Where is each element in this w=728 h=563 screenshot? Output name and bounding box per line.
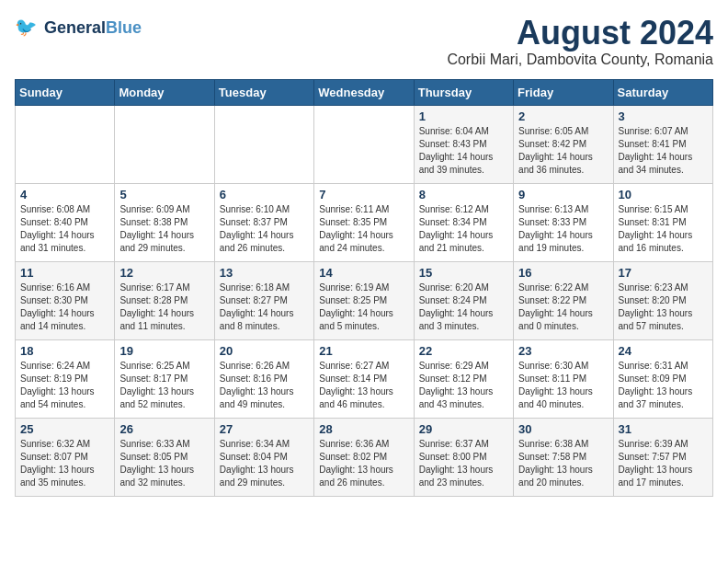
- day-number: 19: [119, 344, 209, 358]
- calendar-cell: 19Sunrise: 6:25 AM Sunset: 8:17 PM Dayli…: [115, 339, 214, 418]
- svg-text:🐦: 🐦: [15, 16, 38, 38]
- calendar-cell: 30Sunrise: 6:38 AM Sunset: 7:58 PM Dayli…: [514, 418, 613, 496]
- day-info: Sunrise: 6:39 AM Sunset: 7:57 PM Dayligh…: [619, 438, 708, 489]
- day-number: 7: [319, 188, 408, 201]
- calendar-cell: 25Sunrise: 6:32 AM Sunset: 8:07 PM Dayli…: [16, 418, 115, 496]
- location: Corbii Mari, Dambovita County, Romania: [447, 52, 713, 68]
- logo-bird-icon: 🐦: [15, 15, 40, 40]
- day-number: 5: [119, 188, 209, 201]
- calendar-cell: 27Sunrise: 6:34 AM Sunset: 8:04 PM Dayli…: [214, 418, 313, 496]
- calendar-cell: 26Sunrise: 6:33 AM Sunset: 8:05 PM Dayli…: [115, 418, 214, 496]
- day-info: Sunrise: 6:11 AM Sunset: 8:35 PM Dayligh…: [319, 203, 408, 255]
- calendar-cell: 24Sunrise: 6:31 AM Sunset: 8:09 PM Dayli…: [613, 339, 712, 418]
- day-number: 13: [220, 266, 309, 280]
- calendar-cell: 5Sunrise: 6:09 AM Sunset: 8:38 PM Daylig…: [115, 183, 214, 261]
- calendar-cell: 3Sunrise: 6:07 AM Sunset: 8:41 PM Daylig…: [613, 105, 712, 183]
- day-info: Sunrise: 6:08 AM Sunset: 8:40 PM Dayligh…: [20, 203, 109, 255]
- calendar-cell: 10Sunrise: 6:15 AM Sunset: 8:31 PM Dayli…: [613, 183, 712, 261]
- day-number: 8: [419, 188, 508, 201]
- day-number: 31: [619, 422, 708, 436]
- header: 🐦 General Blue August 2024 Corbii Mari, …: [15, 15, 713, 68]
- col-monday: Monday: [115, 79, 214, 105]
- title-area: August 2024 Corbii Mari, Dambovita Count…: [447, 15, 713, 68]
- calendar-cell: 22Sunrise: 6:29 AM Sunset: 8:12 PM Dayli…: [414, 339, 513, 418]
- day-number: 9: [518, 188, 608, 201]
- calendar-cell: [214, 105, 313, 183]
- day-number: 29: [419, 422, 508, 436]
- logo-general: General: [44, 19, 106, 36]
- day-info: Sunrise: 6:23 AM Sunset: 8:20 PM Dayligh…: [619, 282, 708, 333]
- day-number: 28: [319, 422, 408, 436]
- day-number: 16: [518, 266, 608, 280]
- day-number: 4: [20, 188, 109, 201]
- calendar-cell: 14Sunrise: 6:19 AM Sunset: 8:25 PM Dayli…: [314, 261, 414, 339]
- day-info: Sunrise: 6:30 AM Sunset: 8:11 PM Dayligh…: [518, 360, 608, 411]
- calendar-cell: 23Sunrise: 6:30 AM Sunset: 8:11 PM Dayli…: [514, 339, 613, 418]
- day-info: Sunrise: 6:09 AM Sunset: 8:38 PM Dayligh…: [119, 203, 209, 255]
- day-number: 23: [518, 344, 608, 358]
- calendar-cell: 20Sunrise: 6:26 AM Sunset: 8:16 PM Dayli…: [214, 339, 313, 418]
- calendar-week-5: 25Sunrise: 6:32 AM Sunset: 8:07 PM Dayli…: [16, 418, 713, 496]
- day-number: 3: [619, 109, 708, 123]
- calendar-cell: 12Sunrise: 6:17 AM Sunset: 8:28 PM Dayli…: [115, 261, 214, 339]
- calendar-header: Sunday Monday Tuesday Wednesday Thursday…: [16, 79, 713, 105]
- calendar-cell: 17Sunrise: 6:23 AM Sunset: 8:20 PM Dayli…: [613, 261, 712, 339]
- calendar-cell: 31Sunrise: 6:39 AM Sunset: 7:57 PM Dayli…: [613, 418, 712, 496]
- calendar-week-3: 11Sunrise: 6:16 AM Sunset: 8:30 PM Dayli…: [16, 261, 713, 339]
- day-number: 25: [20, 422, 109, 436]
- calendar-cell: 7Sunrise: 6:11 AM Sunset: 8:35 PM Daylig…: [314, 183, 414, 261]
- day-number: 10: [619, 188, 708, 201]
- calendar-cell: 13Sunrise: 6:18 AM Sunset: 8:27 PM Dayli…: [214, 261, 313, 339]
- day-info: Sunrise: 6:38 AM Sunset: 7:58 PM Dayligh…: [518, 438, 608, 489]
- day-info: Sunrise: 6:05 AM Sunset: 8:42 PM Dayligh…: [518, 125, 608, 177]
- day-number: 6: [220, 188, 309, 201]
- day-info: Sunrise: 6:25 AM Sunset: 8:17 PM Dayligh…: [119, 360, 209, 411]
- col-tuesday: Tuesday: [214, 79, 313, 105]
- header-row: Sunday Monday Tuesday Wednesday Thursday…: [16, 79, 713, 105]
- day-info: Sunrise: 6:15 AM Sunset: 8:31 PM Dayligh…: [619, 203, 708, 255]
- day-info: Sunrise: 6:26 AM Sunset: 8:16 PM Dayligh…: [220, 360, 309, 411]
- calendar-cell: [115, 105, 214, 183]
- day-info: Sunrise: 6:19 AM Sunset: 8:25 PM Dayligh…: [319, 282, 408, 333]
- calendar-week-2: 4Sunrise: 6:08 AM Sunset: 8:40 PM Daylig…: [16, 183, 713, 261]
- day-number: 21: [319, 344, 408, 358]
- calendar-cell: 15Sunrise: 6:20 AM Sunset: 8:24 PM Dayli…: [414, 261, 513, 339]
- calendar-cell: 2Sunrise: 6:05 AM Sunset: 8:42 PM Daylig…: [514, 105, 613, 183]
- calendar-week-1: 1Sunrise: 6:04 AM Sunset: 8:43 PM Daylig…: [16, 105, 713, 183]
- col-saturday: Saturday: [613, 79, 712, 105]
- day-info: Sunrise: 6:27 AM Sunset: 8:14 PM Dayligh…: [319, 360, 408, 411]
- day-info: Sunrise: 6:12 AM Sunset: 8:34 PM Dayligh…: [419, 203, 508, 255]
- day-number: 26: [119, 422, 209, 436]
- calendar-cell: [314, 105, 414, 183]
- day-info: Sunrise: 6:22 AM Sunset: 8:22 PM Dayligh…: [518, 282, 608, 333]
- day-info: Sunrise: 6:34 AM Sunset: 8:04 PM Dayligh…: [220, 438, 309, 489]
- month-year: August 2024: [447, 15, 713, 52]
- day-info: Sunrise: 6:31 AM Sunset: 8:09 PM Dayligh…: [619, 360, 708, 411]
- day-info: Sunrise: 6:20 AM Sunset: 8:24 PM Dayligh…: [419, 282, 508, 333]
- day-info: Sunrise: 6:16 AM Sunset: 8:30 PM Dayligh…: [20, 282, 109, 333]
- day-info: Sunrise: 6:29 AM Sunset: 8:12 PM Dayligh…: [419, 360, 508, 411]
- day-info: Sunrise: 6:10 AM Sunset: 8:37 PM Dayligh…: [220, 203, 309, 255]
- day-info: Sunrise: 6:13 AM Sunset: 8:33 PM Dayligh…: [518, 203, 608, 255]
- day-number: 11: [20, 266, 109, 280]
- day-number: 20: [220, 344, 309, 358]
- day-number: 14: [319, 266, 408, 280]
- day-info: Sunrise: 6:04 AM Sunset: 8:43 PM Dayligh…: [419, 125, 508, 177]
- calendar-cell: 11Sunrise: 6:16 AM Sunset: 8:30 PM Dayli…: [16, 261, 115, 339]
- calendar-cell: [16, 105, 115, 183]
- day-info: Sunrise: 6:17 AM Sunset: 8:28 PM Dayligh…: [119, 282, 209, 333]
- day-number: 12: [119, 266, 209, 280]
- day-info: Sunrise: 6:18 AM Sunset: 8:27 PM Dayligh…: [220, 282, 309, 333]
- calendar-cell: 29Sunrise: 6:37 AM Sunset: 8:00 PM Dayli…: [414, 418, 513, 496]
- calendar-week-4: 18Sunrise: 6:24 AM Sunset: 8:19 PM Dayli…: [16, 339, 713, 418]
- day-info: Sunrise: 6:33 AM Sunset: 8:05 PM Dayligh…: [119, 438, 209, 489]
- calendar-body: 1Sunrise: 6:04 AM Sunset: 8:43 PM Daylig…: [16, 105, 713, 496]
- logo-blue: Blue: [106, 19, 142, 36]
- calendar-cell: 4Sunrise: 6:08 AM Sunset: 8:40 PM Daylig…: [16, 183, 115, 261]
- day-number: 17: [619, 266, 708, 280]
- day-info: Sunrise: 6:24 AM Sunset: 8:19 PM Dayligh…: [20, 360, 109, 411]
- day-number: 22: [419, 344, 508, 358]
- day-info: Sunrise: 6:07 AM Sunset: 8:41 PM Dayligh…: [619, 125, 708, 177]
- day-number: 24: [619, 344, 708, 358]
- day-number: 2: [518, 109, 608, 123]
